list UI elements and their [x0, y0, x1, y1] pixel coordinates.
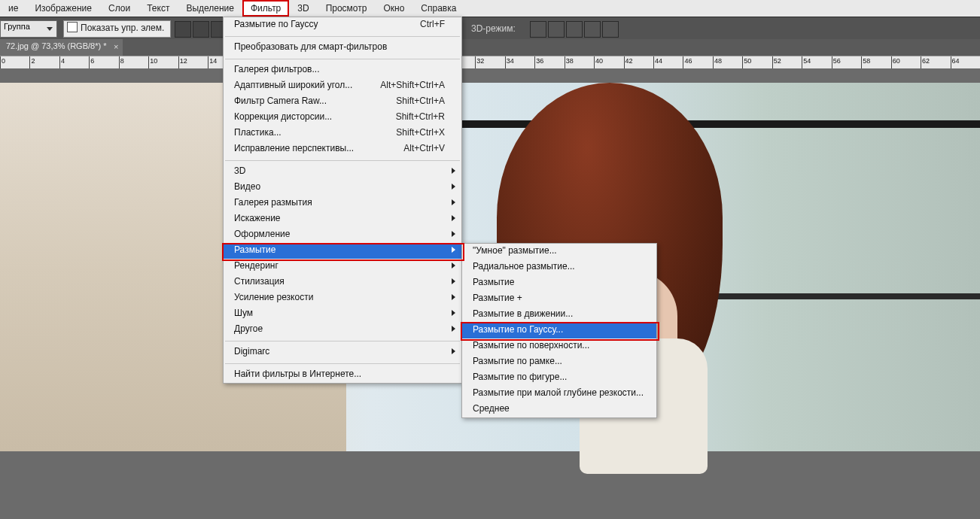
- menu-separator: [225, 160, 460, 161]
- submenu-arrow-icon: [452, 215, 455, 221]
- submenu-item-3[interactable]: Размытие +: [462, 291, 656, 307]
- mi-g2-7[interactable]: Стилизация: [224, 275, 461, 290]
- submenu-item-5[interactable]: Размытие по Гауссу...: [462, 323, 656, 338]
- mi-g1-4[interactable]: Пластика...Shift+Ctrl+X: [224, 126, 461, 141]
- menu-edit-frag[interactable]: ие: [0, 0, 26, 17]
- mi-g2-9[interactable]: Шум: [224, 306, 461, 322]
- mi-g1-1[interactable]: Адаптивный широкий угол...Alt+Shift+Ctrl…: [224, 78, 461, 94]
- menu-item-label: Размытие по Гауссу: [234, 19, 318, 29]
- submenu-item-label: Размытие в движении...: [473, 308, 573, 319]
- close-icon[interactable]: ×: [114, 42, 118, 51]
- menu-3d[interactable]: 3D: [289, 0, 317, 17]
- submenu-arrow-icon: [452, 310, 455, 316]
- submenu-item-9[interactable]: Размытие при малой глубине резкости...: [462, 386, 656, 402]
- submenu-item-label: Размытие по фигуре...: [473, 372, 567, 382]
- mi-last-filter[interactable]: Размытие по ГауссуCtrl+F: [224, 17, 461, 33]
- menu-item-label: Усиление резкости: [234, 292, 313, 302]
- submenu-item-label: Среднее: [473, 403, 510, 414]
- submenu-arrow-icon: [452, 168, 455, 174]
- menu-item-label: Галерея размытия: [234, 197, 312, 208]
- menu-separator: [225, 36, 460, 37]
- menu-item-label: Шум: [234, 308, 253, 318]
- menu-item-label: Фильтр Camera Raw...: [234, 96, 327, 106]
- submenu-arrow-icon: [452, 231, 455, 237]
- submenu-item-label: Размытие при малой глубине резкости...: [473, 387, 644, 398]
- submenu-item-1[interactable]: Радиальное размытие...: [462, 260, 656, 275]
- mi-g2-4[interactable]: Оформление: [224, 227, 461, 243]
- mi-digimarc[interactable]: Digimarc: [224, 344, 461, 360]
- menu-item-label: 3D: [234, 165, 245, 176]
- document-tabs: 72.jpg @ 73,3% (RGB/8*) * ×: [0, 39, 980, 56]
- camera-icon[interactable]: [602, 21, 619, 38]
- group-select[interactable]: Группа: [0, 20, 57, 38]
- menu-item-label: Размытие: [234, 244, 275, 255]
- align-center-icon[interactable]: [193, 21, 209, 38]
- slide-icon[interactable]: [584, 21, 601, 38]
- mi-g2-3[interactable]: Искажение: [224, 211, 461, 227]
- menu-item-label: Галерея фильтров...: [234, 64, 319, 74]
- mi-g2-5[interactable]: Размытие: [224, 243, 461, 259]
- menu-filter[interactable]: Фильтр: [242, 0, 289, 17]
- menu-item-shortcut: Shift+Ctrl+X: [396, 127, 445, 138]
- mi-g2-1[interactable]: Видео: [224, 180, 461, 196]
- submenu-arrow-icon: [452, 263, 455, 269]
- menu-text[interactable]: Текст: [138, 0, 178, 17]
- menu-item-label: Другое: [234, 323, 263, 334]
- menu-help[interactable]: Справка: [412, 0, 464, 17]
- submenu-item-7[interactable]: Размытие по рамке...: [462, 354, 656, 370]
- submenu-arrow-icon: [452, 247, 455, 253]
- submenu-item-label: "Умное" размытие...: [473, 245, 557, 256]
- mi-g2-0[interactable]: 3D: [224, 164, 461, 180]
- mi-g2-6[interactable]: Рендеринг: [224, 259, 461, 275]
- mi-g2-2[interactable]: Галерея размытия: [224, 196, 461, 211]
- show-transform-controls-checkbox[interactable]: Показать упр. элем.: [63, 20, 171, 38]
- submenu-item-2[interactable]: Размытие: [462, 275, 656, 291]
- menu-item-label: Пластика...: [234, 127, 282, 138]
- mi-g2-10[interactable]: Другое: [224, 322, 461, 338]
- menubar: ие Изображение Слои Текст Выделение Филь…: [0, 0, 980, 17]
- submenu-arrow-icon: [452, 278, 455, 284]
- submenu-item-4[interactable]: Размытие в движении...: [462, 307, 656, 323]
- submenu-item-8[interactable]: Размытие по фигуре...: [462, 370, 656, 386]
- submenu-item-label: Размытие по Гауссу...: [473, 324, 563, 335]
- align-left-icon[interactable]: [175, 21, 191, 38]
- mi-g2-8[interactable]: Усиление резкости: [224, 290, 461, 306]
- mi-browse-online[interactable]: Найти фильтры в Интернете...: [224, 367, 461, 383]
- menu-separator: [225, 341, 460, 341]
- submenu-arrow-icon: [452, 348, 455, 354]
- orbit-icon[interactable]: [530, 21, 546, 38]
- menu-item-label: Искажение: [234, 213, 281, 223]
- document-tab-title: 72.jpg @ 73,3% (RGB/8*) *: [6, 41, 106, 50]
- menu-item-shortcut: Alt+Ctrl+V: [403, 143, 445, 153]
- menu-item-shortcut: Ctrl+F: [420, 19, 445, 29]
- submenu-item-0[interactable]: "Умное" размытие...: [462, 244, 656, 260]
- menu-item-label: Оформление: [234, 229, 290, 239]
- mi-g1-3[interactable]: Коррекция дисторсии...Shift+Ctrl+R: [224, 110, 461, 126]
- menu-item-label: Найти фильтры в Интернете...: [234, 369, 361, 379]
- checkbox-box: [67, 22, 78, 32]
- menu-separator: [225, 363, 460, 364]
- menu-select[interactable]: Выделение: [178, 0, 242, 17]
- menu-item-label: Стилизация: [234, 276, 285, 287]
- submenu-item-label: Размытие +: [473, 293, 522, 303]
- menu-item-shortcut: Shift+Ctrl+A: [396, 96, 445, 106]
- menu-view[interactable]: Просмотр: [318, 0, 376, 17]
- pan-icon[interactable]: [566, 21, 583, 38]
- mi-g1-2[interactable]: Фильтр Camera Raw...Shift+Ctrl+A: [224, 94, 461, 110]
- menu-layers[interactable]: Слои: [100, 0, 138, 17]
- submenu-item-6[interactable]: Размытие по поверхности...: [462, 338, 656, 354]
- menu-separator: [225, 59, 460, 59]
- menu-item-shortcut: Shift+Ctrl+R: [396, 111, 445, 122]
- mi-g1-0[interactable]: Галерея фильтров...: [224, 62, 461, 78]
- menu-window[interactable]: Окно: [375, 0, 412, 17]
- submenu-item-label: Радиальное размытие...: [473, 261, 575, 272]
- roll-icon[interactable]: [548, 21, 565, 38]
- menu-image[interactable]: Изображение: [26, 0, 100, 17]
- show-transform-controls-label: Показать упр. элем.: [81, 23, 164, 33]
- submenu-item-label: Размытие по рамке...: [473, 356, 562, 366]
- menu-item-label: Коррекция дисторсии...: [234, 111, 332, 122]
- submenu-item-label: Размытие: [473, 277, 514, 287]
- submenu-item-10[interactable]: Среднее: [462, 402, 656, 417]
- mi-convert-smart[interactable]: Преобразовать для смарт-фильтров: [224, 40, 461, 56]
- mi-g1-5[interactable]: Исправление перспективы...Alt+Ctrl+V: [224, 141, 461, 157]
